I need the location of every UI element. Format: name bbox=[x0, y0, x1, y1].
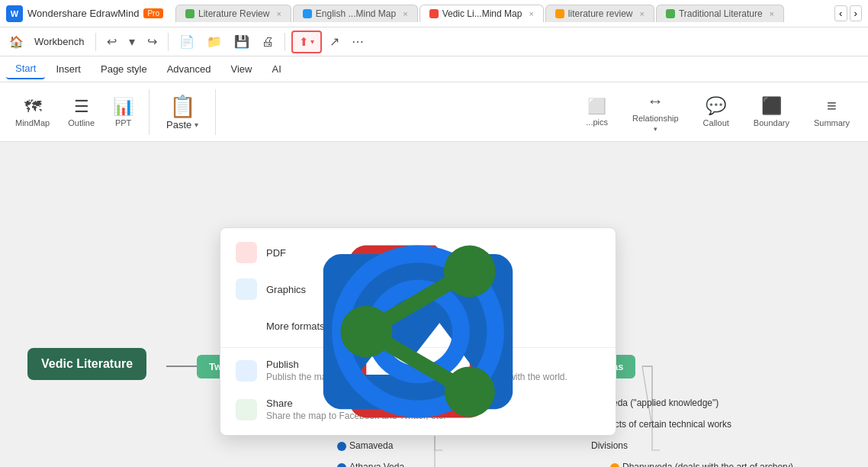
redo-icon[interactable]: ↪ bbox=[143, 31, 162, 52]
menu-insert[interactable]: Insert bbox=[47, 60, 90, 79]
node-dhanurveda[interactable]: Dhanurveda (deals with the art of archer… bbox=[610, 462, 793, 467]
callout-icon: 💬 bbox=[706, 96, 726, 116]
dropdown-graphics[interactable]: Graphics bbox=[220, 271, 616, 308]
dropdown-more[interactable]: More formats bbox=[220, 308, 616, 344]
export-dropdown: PDF Graphics More formats bbox=[220, 227, 616, 436]
open-file-icon[interactable]: 📁 bbox=[202, 31, 227, 52]
undo-icon[interactable]: ↩ bbox=[102, 31, 121, 52]
paste-arrow: ▾ bbox=[194, 121, 198, 129]
ppt-icon: 📊 bbox=[113, 97, 133, 117]
pdf-label: PDF bbox=[266, 247, 286, 259]
menu-advanced[interactable]: Advanced bbox=[158, 60, 220, 79]
relationship-icon: ↔ bbox=[647, 92, 664, 111]
node-atharva[interactable]: Atharva Veda bbox=[337, 462, 404, 467]
callout-label: Callout bbox=[703, 118, 729, 127]
ribbon-right: ⬜ ...pics ↔ Relationship ▾ 💬 Callout ⬛ B… bbox=[577, 89, 859, 136]
dropdown-pdf[interactable]: PDF bbox=[220, 234, 616, 271]
export-button[interactable]: ⬆ ▾ bbox=[291, 31, 322, 53]
share-label: Share bbox=[266, 398, 445, 409]
next-tab-button[interactable]: › bbox=[850, 5, 862, 21]
home-icon: 🏠 bbox=[6, 34, 27, 50]
topics-label: ...pics bbox=[586, 118, 608, 127]
separator3 bbox=[285, 33, 285, 51]
more-icon[interactable]: ⋯ bbox=[347, 31, 368, 52]
tab-icon-literature-review bbox=[185, 9, 194, 18]
mindmap-icon: 🗺 bbox=[24, 97, 41, 117]
ribbon-paste[interactable]: 📋 Paste ▾ bbox=[159, 91, 206, 134]
node-samaveda[interactable]: Samaveda bbox=[337, 440, 393, 451]
tab-close-literature-review2[interactable]: × bbox=[640, 9, 645, 18]
dropdown-separator bbox=[220, 347, 616, 348]
tab-literature-review2[interactable]: literature review× bbox=[545, 5, 654, 22]
ribbon-outline[interactable]: ☰ Outline bbox=[62, 94, 101, 130]
app-name: Wondershare EdrawMind bbox=[27, 8, 139, 19]
graphics-icon bbox=[236, 279, 257, 300]
pro-badge: Pro bbox=[143, 8, 163, 18]
dropdown-publish[interactable]: Publish Publish the map to the community… bbox=[220, 351, 616, 390]
publish-sub: Publish the map to the community to shar… bbox=[266, 372, 567, 382]
tab-traditional-literature[interactable]: Traditional Literature× bbox=[656, 5, 784, 22]
ribbon-summary[interactable]: ≡ Summary bbox=[805, 93, 859, 130]
tab-icon-vedic-mind-map bbox=[429, 9, 439, 18]
ribbon-boundary[interactable]: ⬛ Boundary bbox=[744, 93, 799, 130]
topics-icon: ⬜ bbox=[587, 97, 606, 115]
node-divisions[interactable]: Divisions bbox=[591, 440, 628, 451]
outline-icon: ☰ bbox=[74, 97, 89, 117]
pdf-icon bbox=[236, 242, 257, 263]
tab-literature-review[interactable]: Literature Review× bbox=[175, 5, 291, 22]
export-arrow: ▾ bbox=[310, 37, 314, 46]
save-icon[interactable]: 💾 bbox=[230, 31, 254, 52]
relationship-arrow: ▾ bbox=[654, 125, 657, 133]
summary-icon: ≡ bbox=[827, 96, 837, 116]
tab-close-traditional-literature[interactable]: × bbox=[770, 9, 774, 18]
mindmap-label: MindMap bbox=[15, 118, 50, 127]
menu-view[interactable]: View bbox=[222, 60, 262, 79]
export-icon: ⬆ bbox=[299, 35, 309, 49]
menu-start[interactable]: Start bbox=[6, 59, 45, 79]
tab-label-traditional-literature: Traditional Literature bbox=[679, 8, 763, 19]
ribbon-topics[interactable]: ⬜ ...pics bbox=[577, 94, 617, 130]
paste-icon: 📋 bbox=[169, 94, 196, 119]
tab-english-mind-map[interactable]: English ...Mind Map× bbox=[293, 5, 418, 22]
ribbon-sep2 bbox=[215, 89, 216, 135]
tabs-container: Literature Review×English ...Mind Map×Ve… bbox=[175, 5, 825, 22]
tab-close-english-mind-map[interactable]: × bbox=[403, 9, 407, 18]
workbench-label[interactable]: Workbench bbox=[30, 33, 89, 50]
ribbon-callout[interactable]: 💬 Callout bbox=[694, 93, 738, 130]
ribbon-mindmap[interactable]: 🗺 MindMap bbox=[9, 94, 56, 130]
print-icon[interactable]: 🖨 bbox=[257, 32, 278, 52]
graphics-label: Graphics bbox=[266, 284, 306, 295]
menu-ai[interactable]: AI bbox=[262, 60, 290, 79]
tab-icon-traditional-literature bbox=[666, 9, 675, 18]
tab-vedic-mind-map[interactable]: Vedic Li...Mind Map× bbox=[420, 5, 544, 22]
ppt-label: PPT bbox=[115, 118, 131, 127]
tab-label-english-mind-map: English ...Mind Map bbox=[316, 8, 396, 19]
undo-dropdown-icon[interactable]: ▾ bbox=[124, 31, 140, 52]
paste-label: Paste bbox=[166, 119, 191, 130]
tab-close-literature-review[interactable]: × bbox=[276, 9, 281, 18]
separator2 bbox=[168, 33, 169, 51]
ribbon-ppt[interactable]: 📊 PPT bbox=[107, 94, 140, 130]
share-icon bbox=[236, 399, 257, 420]
canvas[interactable]: Vedic Literature Two Divisions └Shruti └… bbox=[0, 142, 868, 467]
tab-icon-english-mind-map bbox=[303, 9, 312, 18]
root-node[interactable]: Vedic Literature bbox=[27, 348, 146, 380]
tab-close-vedic-mind-map[interactable]: × bbox=[529, 9, 533, 18]
titlebar: W Wondershare EdrawMind Pro Literature R… bbox=[0, 0, 868, 27]
tab-navigation[interactable]: ‹ › bbox=[834, 5, 862, 21]
more-formats-label: More formats bbox=[266, 320, 325, 332]
share-sub: Share the map to Facebook and Twitter, e… bbox=[266, 411, 445, 421]
boundary-label: Boundary bbox=[754, 118, 789, 127]
outline-label: Outline bbox=[68, 118, 95, 127]
ribbon: 🗺 MindMap ☰ Outline 📊 PPT 📋 Paste ▾ ⬜ bbox=[0, 82, 868, 142]
prev-tab-button[interactable]: ‹ bbox=[834, 5, 847, 21]
ribbon-relationship[interactable]: ↔ Relationship ▾ bbox=[623, 89, 688, 136]
share-toolbar-icon[interactable]: ↗ bbox=[325, 31, 344, 52]
new-file-icon[interactable]: 📄 bbox=[175, 31, 199, 52]
menu-page-style[interactable]: Page style bbox=[92, 60, 156, 79]
app-logo: W bbox=[6, 5, 23, 22]
publish-label: Publish bbox=[266, 359, 567, 370]
menubar: Start Insert Page style Advanced View AI bbox=[0, 56, 868, 82]
relationship-label: Relationship bbox=[632, 114, 679, 123]
dropdown-share[interactable]: Share Share the map to Facebook and Twit… bbox=[220, 390, 616, 429]
